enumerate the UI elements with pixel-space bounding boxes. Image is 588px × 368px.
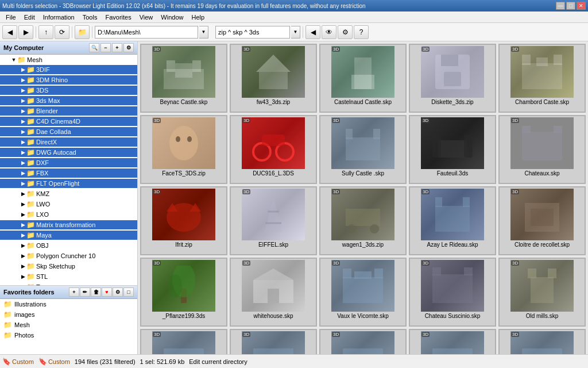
tree-item-stl[interactable]: ▶ 📁 STL — [0, 272, 137, 281]
filter-input[interactable] — [215, 26, 290, 39]
add-folder-button[interactable]: + — [112, 43, 122, 52]
thumbnail-item[interactable]: 3D — [498, 329, 586, 354]
close-button[interactable]: ✕ — [577, 2, 586, 10]
back-button[interactable]: ◀ — [2, 25, 17, 39]
svg-point-15 — [169, 126, 198, 160]
eye-button[interactable]: 👁 — [322, 25, 336, 39]
favorites-panel: Favorites folders + ✏ 🗑 ♥ ⚙ □ 📁 Illustra… — [0, 285, 137, 354]
menu-item-help[interactable]: Help — [188, 13, 208, 22]
thumbnail-item[interactable]: 3D Fauteuil.3ds — [409, 115, 496, 184]
tree-item-dae-collada[interactable]: ▶ 📁 Dae Collada — [0, 127, 137, 136]
menu-bar: FileEditInformationToolsFavoritesViewWin… — [0, 12, 588, 23]
thumbnail-item[interactable]: 3D Vaux le Vicomte.skp — [319, 258, 407, 327]
thumbnail-item[interactable]: 3D fw43_3ds.zip — [230, 44, 317, 113]
thumbnail-item[interactable]: 3D Castelnaud Castle.skp — [319, 44, 407, 113]
tree-item-skp-sketchup[interactable]: ▶ 📁 Skp Sketchup — [0, 262, 137, 271]
tree-item-label: Dae Collada — [36, 128, 71, 135]
tree-item-obj[interactable]: ▶ 📁 OBJ — [0, 241, 137, 250]
fav-delete-button[interactable]: 🗑 — [91, 288, 101, 297]
tree-item-blender[interactable]: ▶ 📁 Blender — [0, 106, 137, 116]
fav-item-mesh[interactable]: 📁 Mesh — [0, 320, 137, 330]
thumbnail-item[interactable]: 3D Old mills.skp — [498, 258, 586, 327]
refresh-button[interactable]: ⟳ — [55, 25, 69, 39]
thumbnail-item[interactable]: 3D whitehouse.skp — [230, 258, 317, 327]
tree-item-lwo[interactable]: ▶ 📁 LWO — [0, 200, 137, 209]
tree-item-maya[interactable]: ▶ 📁 Maya — [0, 231, 137, 240]
tree-item-dxf[interactable]: ▶ 📁 DXF — [0, 158, 137, 167]
svg-rect-50 — [343, 277, 383, 303]
window-controls: — □ ✕ — [556, 2, 586, 10]
thumbnail-image: 3D — [421, 46, 484, 98]
fav-item-illustrations[interactable]: 📁 Illustrations — [0, 299, 137, 309]
fav-heart-button[interactable]: ♥ — [102, 288, 112, 297]
thumbnail-item[interactable]: 3D wagen1_3ds.zip — [319, 186, 407, 255]
menu-item-information[interactable]: Information — [40, 13, 78, 22]
fav-item-images[interactable]: 📁 images — [0, 309, 137, 320]
prev-nav-button[interactable]: ◀ — [305, 25, 320, 39]
tree-item-directx[interactable]: ▶ 📁 DirectX — [0, 137, 137, 147]
menu-item-view[interactable]: View — [136, 13, 157, 22]
svg-rect-49 — [268, 289, 279, 303]
tree-item-label: LWO — [36, 201, 50, 208]
thumbnail-image: 3D — [331, 46, 394, 98]
menu-item-tools[interactable]: Tools — [79, 13, 101, 22]
tree-node-mesh[interactable]: ▼ 📁 Mesh — [0, 55, 137, 64]
thumbnail-item[interactable]: 3D — [230, 329, 317, 354]
tree-item-polygon-cruncher-10[interactable]: ▶ 📁 Polygon Cruncher 10 — [0, 251, 137, 260]
fav-add-button[interactable]: + — [69, 288, 79, 297]
thumbnail-item[interactable]: 3D EIFFEL.skp — [230, 186, 317, 255]
svg-rect-7 — [351, 75, 374, 89]
right-panel[interactable]: 3D Beynac Castle.skp 3D fw43_3ds.zip 3D … — [138, 41, 588, 354]
fav-item-photos[interactable]: 📁 Photos — [0, 330, 137, 340]
folder-button[interactable]: 📁 — [75, 25, 90, 39]
thumbnail-item[interactable]: 3D DUC916_L.3DS — [230, 115, 317, 184]
thumbnail-item[interactable]: 3D Azay Le Rideau.skp — [409, 186, 496, 255]
tree-item-matrix-transformation[interactable]: ▶ 📁 Matrix transformation — [0, 220, 137, 229]
thumbnail-item[interactable]: 3D Cloitre de recollet.skp — [498, 186, 586, 255]
thumbnail-item[interactable]: 3D FaceTS_3DS.zip — [140, 115, 227, 184]
menu-item-file[interactable]: File — [2, 13, 20, 22]
thumbnail-item[interactable]: 3D Chateau Suscinio.skp — [409, 258, 496, 327]
collapse-button[interactable]: − — [100, 43, 111, 52]
thumbnail-item[interactable]: 3D — [140, 329, 227, 354]
tree-item-3dm-rhino[interactable]: ▶ 📁 3DM Rhino — [0, 75, 137, 85]
menu-item-edit[interactable]: Edit — [21, 13, 38, 22]
thumbnail-item[interactable]: 3D Diskette_3ds.zip — [409, 44, 496, 113]
minimize-button[interactable]: — — [556, 2, 565, 10]
tree-item-3dif[interactable]: ▶ 📁 3DIF — [0, 65, 137, 74]
thumbnail-item[interactable]: 3D _Pflanze199.3ds — [140, 258, 227, 327]
tree-item-fbx[interactable]: ▶ 📁 FBX — [0, 168, 137, 178]
fav-edit-button[interactable]: ✏ — [80, 288, 90, 297]
up-button[interactable]: ↑ — [38, 25, 53, 39]
tree-item-label: LXO — [36, 211, 49, 218]
path-input[interactable] — [95, 26, 198, 39]
fav-settings-button[interactable]: ⚙ — [113, 288, 123, 297]
settings-button[interactable]: ⚙ — [338, 25, 353, 39]
svg-marker-33 — [265, 196, 282, 232]
menu-item-favorites[interactable]: Favorites — [102, 13, 134, 22]
menu-item-window[interactable]: Window — [157, 13, 187, 22]
thumbnail-item[interactable]: 3D Chambord Caste.skp — [498, 44, 586, 113]
fav-expand-button[interactable]: □ — [123, 288, 134, 297]
tree-item-flt-openflight[interactable]: ▶ 📁 FLT OpenFlight — [0, 179, 137, 188]
thumbnail-item[interactable]: 3D Chateaux.skp — [498, 115, 586, 184]
tree-item-c4d-cinema4d[interactable]: ▶ 📁 C4D Cinema4D — [0, 117, 137, 126]
thumbnail-item[interactable]: 3D Ifrit.zip — [140, 186, 227, 255]
filter-dropdown[interactable]: ▼ — [291, 26, 300, 39]
thumbnail-item[interactable]: 3D Sully Castle .skp — [319, 115, 407, 184]
tree-item-lxo[interactable]: ▶ 📁 LXO — [0, 210, 137, 219]
thumbnail-item[interactable]: 3D — [409, 329, 496, 354]
settings-sm-button[interactable]: ⚙ — [123, 43, 134, 52]
tree-item-kmz[interactable]: ▶ 📁 KMZ — [0, 189, 137, 198]
thumbnail-item[interactable]: 3D Beynac Castle.skp — [140, 44, 227, 113]
forward-button[interactable]: ▶ — [18, 25, 33, 39]
tree-item-3ds-max[interactable]: ▶ 📁 3ds Max — [0, 96, 137, 105]
svg-rect-9 — [441, 55, 458, 66]
help-button[interactable]: ? — [354, 25, 369, 39]
tree-item-dwg-autocad[interactable]: ▶ 📁 DWG Autocad — [0, 148, 137, 157]
search-button[interactable]: 🔍 — [89, 43, 99, 52]
thumbnail-item[interactable]: 3D — [319, 329, 407, 354]
maximize-button[interactable]: □ — [566, 2, 575, 10]
tree-item-3ds[interactable]: ▶ 📁 3DS — [0, 86, 137, 95]
path-dropdown[interactable]: ▼ — [199, 26, 208, 39]
